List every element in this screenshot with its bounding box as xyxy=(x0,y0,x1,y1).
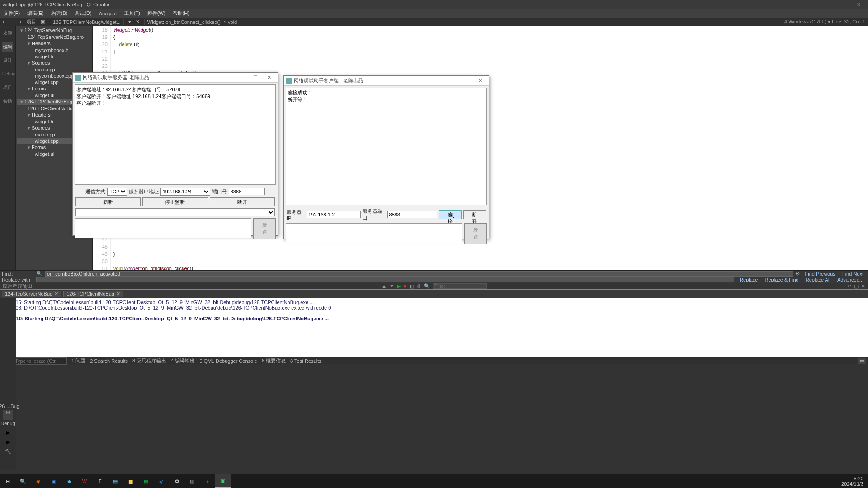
output-stop-icon[interactable]: ■ xyxy=(403,283,406,289)
function-breadcrumb[interactable]: Widget::on_btnConnect_clicked() -> void xyxy=(144,19,240,25)
tree-item[interactable]: 124-TcpServerNoBug.pro xyxy=(17,34,91,40)
stop-listen-button[interactable]: 停止监听 xyxy=(142,197,208,206)
output-recycle-icon[interactable]: ♻ xyxy=(416,283,421,289)
ip-select[interactable]: 192.168.1.24 xyxy=(160,188,210,196)
taskbar-rec[interactable]: ● xyxy=(200,474,215,488)
taskbar-firefox[interactable]: ◉ xyxy=(31,474,46,488)
tree-item[interactable]: widget.h xyxy=(17,53,91,60)
close-tab-icon[interactable]: ✕ xyxy=(136,19,140,25)
output-tab-server[interactable]: 124-TcpServerNoBug ✕ xyxy=(2,291,61,297)
zoom-in-icon[interactable]: + xyxy=(490,283,492,289)
progress-indicator[interactable]: ▭ xyxy=(858,358,866,364)
close-icon[interactable]: ✕ xyxy=(473,78,487,84)
find-input[interactable] xyxy=(45,271,793,277)
tree-item[interactable]: mycombobox.h xyxy=(17,47,91,53)
mode-debug[interactable]: Debug xyxy=(2,69,13,80)
taskbar[interactable]: ⊞ 🔍 ◉ ▣ ◆ W T ▤ ▆ ▦ ◎ ✿ ▥ ● ▣ 5:20 2024/… xyxy=(0,474,868,488)
start-button[interactable]: ⊞ xyxy=(0,474,15,488)
client-port-input[interactable] xyxy=(387,211,437,218)
mode-projects[interactable]: 项目 xyxy=(2,82,13,93)
output-attach-icon[interactable]: ◧ xyxy=(409,283,414,289)
menu-help[interactable]: 帮助(H) xyxy=(171,10,191,17)
taskbar-app3[interactable]: ✿ xyxy=(169,474,184,488)
toolbar-filter-icon[interactable]: ▣ xyxy=(41,19,45,25)
mode-welcome[interactable]: 欢迎 xyxy=(2,28,13,39)
output-up-icon[interactable]: ▲ xyxy=(382,283,387,289)
status-search[interactable]: 2 Search Results xyxy=(90,358,128,364)
disconnect-button[interactable]: 断开 xyxy=(210,197,275,206)
taskbar-search-icon[interactable]: 🔍 xyxy=(15,474,31,488)
application-output[interactable]: 05:18:15: Starting D:\QT\CodeInLesson\bu… xyxy=(0,298,868,357)
wrap-icon[interactable]: ↩ xyxy=(847,283,851,289)
menu-analyze[interactable]: Analyze xyxy=(97,11,118,16)
menu-edit[interactable]: 编辑(E) xyxy=(25,10,46,17)
tree-item[interactable]: main.cpp xyxy=(17,66,91,73)
mode-edit[interactable]: 编辑 xyxy=(2,42,13,52)
find-next-button[interactable]: Find Next xyxy=(840,271,866,277)
tree-item[interactable]: Sources xyxy=(17,60,91,66)
client-log[interactable]: 连接成功！ 断开等！ xyxy=(286,88,487,205)
run-debug-button[interactable]: ▶ xyxy=(6,439,10,445)
menu-debug[interactable]: 调试(D) xyxy=(73,10,93,17)
output-filter-input[interactable] xyxy=(433,283,487,289)
maximize-icon[interactable]: ☐ xyxy=(249,75,262,80)
status-qml[interactable]: 5 QML Debugger Console xyxy=(199,358,257,364)
menu-file[interactable]: 文件(F) xyxy=(2,10,22,17)
run-button[interactable]: ▶ xyxy=(6,430,10,436)
status-issues[interactable]: 1 问题 xyxy=(71,357,85,364)
mode-help[interactable]: 帮助 xyxy=(2,96,13,107)
proto-select[interactable]: TCP xyxy=(107,188,127,196)
close-pane-icon[interactable]: ✕ xyxy=(861,283,865,289)
taskbar-browser[interactable]: ◎ xyxy=(154,474,169,488)
kit-selector[interactable]: 126-...Bug ⛁ Debug xyxy=(0,404,19,426)
minimize-pane-icon[interactable]: ▢ xyxy=(854,283,859,289)
tree-item[interactable]: 124-TcpServerNoBug xyxy=(17,27,91,34)
replace-find-button[interactable]: Replace & Find xyxy=(762,277,802,282)
toolbar-back-icon[interactable]: ⟵ xyxy=(3,19,10,25)
taskbar-app2[interactable]: ◆ xyxy=(61,474,77,488)
taskbar-notepad[interactable]: ▤ xyxy=(108,474,123,488)
status-general[interactable]: 6 概要信息 xyxy=(262,357,286,364)
encoding-position-status[interactable]: # Windows (CRLF) ▾ Line: 32, Col: 1 xyxy=(784,19,865,25)
locator-input[interactable] xyxy=(13,357,67,365)
taskbar-explorer[interactable]: ▆ xyxy=(123,474,138,488)
client-ip-input[interactable] xyxy=(307,211,361,218)
toolbar-fwd-icon[interactable]: ⟶ xyxy=(14,19,22,25)
server-log[interactable]: 客户端地址:192.168.1.24客户端端口号：52079 客户端断开！客户端… xyxy=(75,84,276,185)
taskbar-calc[interactable]: ▥ xyxy=(184,474,200,488)
build-button[interactable]: 🔨 xyxy=(5,449,11,455)
tree-item[interactable]: Headers xyxy=(17,40,91,47)
status-appout[interactable]: 3 应用程序输出 xyxy=(132,357,166,364)
minimize-icon[interactable]: — xyxy=(446,78,460,84)
taskbar-excel[interactable]: ▦ xyxy=(138,474,154,488)
minimize-icon[interactable]: — xyxy=(822,2,835,7)
find-previous-button[interactable]: Find Previous xyxy=(802,271,838,277)
mode-design[interactable]: 设计 xyxy=(2,55,13,66)
replace-all-button[interactable]: Replace All xyxy=(803,277,833,282)
zoom-out-icon[interactable]: − xyxy=(495,283,498,289)
replace-button[interactable]: Replace xyxy=(737,277,760,282)
port-input[interactable] xyxy=(229,188,265,195)
close-icon[interactable]: ✕ xyxy=(852,2,865,8)
menu-tools[interactable]: 工具(T) xyxy=(122,10,142,17)
clear-icon[interactable]: ⊘ xyxy=(796,271,800,277)
close-tab-icon[interactable]: ✕ xyxy=(116,291,120,297)
file-breadcrumb[interactable]: 126-TCPClientNoBug/widget... xyxy=(50,19,124,25)
server-send-button[interactable]: 发送 xyxy=(253,218,276,239)
output-tab-client[interactable]: 126-TCPClientNoBug ✕ xyxy=(63,291,123,297)
close-tab-icon[interactable]: ✕ xyxy=(54,291,58,297)
menu-build[interactable]: 构建(B) xyxy=(49,10,70,17)
taskbar-app1[interactable]: ▣ xyxy=(46,474,61,488)
taskbar-wps[interactable]: W xyxy=(77,474,92,488)
status-compile[interactable]: 4 编译输出 xyxy=(171,357,195,364)
output-down-icon[interactable]: ▼ xyxy=(389,283,394,289)
listen-button[interactable]: 新听 xyxy=(75,197,141,206)
splitter-icon[interactable]: ▾ xyxy=(128,19,131,25)
client-select[interactable] xyxy=(75,208,275,216)
status-tests[interactable]: 8 Test Results xyxy=(290,358,321,364)
menu-widgets[interactable]: 控件(W) xyxy=(146,10,167,17)
taskbar-typora[interactable]: T xyxy=(92,474,108,488)
server-send-textarea[interactable] xyxy=(75,218,251,238)
minimize-icon[interactable]: — xyxy=(235,75,249,80)
server-window[interactable]: 网络调试助手服务器-老陈出品 — ☐ ✕ 客户端地址:192.168.1.24客… xyxy=(72,72,278,236)
